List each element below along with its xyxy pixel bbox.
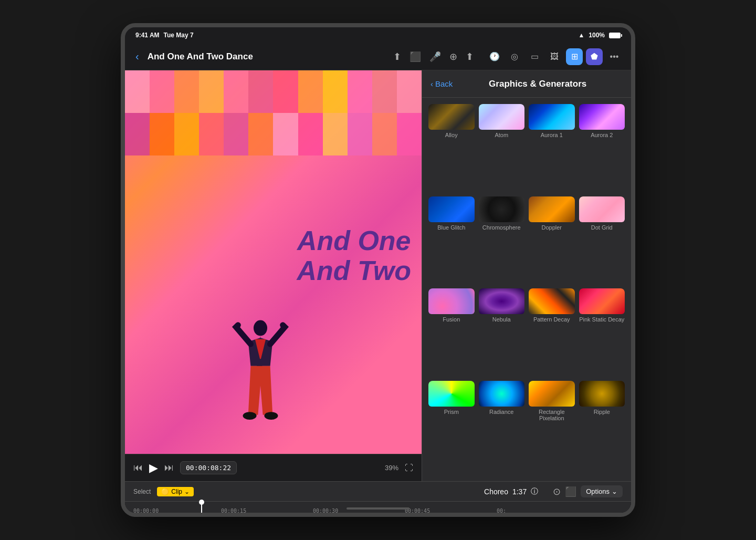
video-preview: And One And Two — [125, 70, 422, 454]
photo-btn[interactable]: 🖼 — [546, 48, 563, 65]
choreo-info: Choreo 1:37 ⓘ — [484, 487, 538, 496]
upload-icon[interactable]: ⬆ — [393, 51, 401, 63]
graphic-label-nebula: Nebula — [479, 316, 525, 325]
timeline-section: Select 🟡 Clip ⌄ Choreo 1:37 ⓘ ⊙ ⬛ Option… — [125, 481, 631, 517]
clip-selector[interactable]: 🟡 Clip ⌄ — [157, 487, 194, 496]
back-chevron: ‹ — [430, 79, 433, 88]
graphic-thumb-atom — [479, 104, 525, 130]
playhead[interactable] — [201, 502, 202, 514]
graphic-label-aurora1: Aurora 1 — [529, 132, 575, 140]
ruler-mark-4: 00: — [497, 508, 506, 514]
svg-point-0 — [254, 320, 267, 336]
timecode-display: 00:00:08:22 — [180, 461, 237, 474]
title-toolbar: ⬆ ⬛ 🎤 ⊕ ⬆ — [393, 51, 474, 63]
ruler-mark-2: 00:00:30 — [313, 508, 338, 514]
nav-icon[interactable]: ⊕ — [449, 51, 457, 63]
options-chevron: ⌄ — [612, 487, 617, 495]
graphic-label-pinkstatic: Pink Static Decay — [579, 316, 625, 325]
title-bar: ‹ And One And Two Dance ⬆ ⬛ 🎤 ⊕ ⬆ 🕐 ◎ ▭ … — [125, 43, 631, 70]
video-section: And One And Two — [125, 70, 422, 481]
timeline-tools: ⊙ ⬛ Options ⌄ — [553, 485, 623, 497]
graphics-panel: ‹ Back Graphics & Generators Alloy Atom … — [422, 70, 631, 481]
skip-forward-btn[interactable]: ⏭ — [164, 462, 174, 473]
graphic-item-nebula[interactable]: Nebula — [479, 288, 525, 377]
circle-btn[interactable]: ◎ — [506, 48, 523, 65]
clip-label: Clip — [171, 488, 182, 495]
graphic-item-radiance[interactable]: Radiance — [479, 381, 525, 475]
graphic-item-rectpixelation[interactable]: Rectangle Pixelation — [529, 381, 575, 475]
project-name: Choreo — [484, 487, 508, 496]
time-display: 9:41 AM — [135, 32, 160, 39]
select-label: Select — [133, 488, 151, 495]
panel-back-button[interactable]: ‹ Back — [430, 79, 453, 88]
graphic-thumb-rectpixelation — [529, 381, 575, 407]
fullscreen-btn[interactable]: ⛶ — [405, 463, 413, 473]
graphic-label-rectpixelation: Rectangle Pixelation — [529, 409, 575, 423]
graphic-thumb-fusion — [428, 288, 475, 314]
graphic-thumb-chromosphere — [479, 196, 525, 222]
skip-back-btn[interactable]: ⏮ — [133, 462, 143, 473]
graphic-item-chromosphere[interactable]: Chromosphere — [479, 196, 525, 285]
wifi-icon: ▲ — [578, 32, 584, 39]
video-controls: ⏮ ▶ ⏭ 00:00:08:22 39% ⛶ — [125, 454, 422, 481]
graphic-label-fusion: Fusion — [428, 316, 475, 325]
graphic-label-prism: Prism — [428, 409, 475, 417]
graphic-thumb-dotgrid — [579, 196, 625, 222]
home-indicator — [346, 507, 410, 510]
graphic-item-blueglitch[interactable]: Blue Glitch — [428, 196, 475, 285]
graphic-thumb-blueglitch — [428, 196, 475, 222]
share-icon[interactable]: ⬆ — [466, 51, 474, 63]
shield-btn[interactable]: ⬟ — [586, 48, 603, 65]
battery-label: 100% — [589, 32, 605, 39]
timeline-view-btn[interactable]: ⬛ — [565, 486, 576, 497]
graphic-item-atom[interactable]: Atom — [479, 104, 525, 192]
graphic-item-patterndecay[interactable]: Pattern Decay — [529, 288, 575, 377]
graphic-thumb-patterndecay — [529, 288, 575, 314]
panel-title: Graphics & Generators — [453, 79, 623, 89]
screen-btn[interactable]: ⊞ — [566, 48, 583, 65]
graphic-item-pinkstatic[interactable]: Pink Static Decay — [579, 288, 625, 377]
graphic-item-aurora2[interactable]: Aurora 2 — [579, 104, 625, 192]
date-display: Tue May 7 — [164, 32, 194, 39]
clock-btn[interactable]: 🕐 — [486, 48, 503, 65]
options-label: Options — [586, 487, 610, 495]
camera-icon[interactable]: ⬛ — [410, 51, 421, 63]
play-button[interactable]: ▶ — [149, 461, 158, 475]
panel-header: ‹ Back Graphics & Generators — [422, 70, 631, 98]
zoom-display: 39% — [385, 464, 398, 472]
more-btn[interactable]: ••• — [606, 48, 623, 65]
graphic-item-doppler[interactable]: Doppler — [529, 196, 575, 285]
back-button[interactable]: ‹ — [133, 48, 141, 65]
graphic-label-blueglitch: Blue Glitch — [428, 224, 475, 233]
project-title: And One And Two Dance — [148, 51, 387, 62]
timeline-effects-btn[interactable]: ⊙ — [553, 486, 561, 497]
graphic-thumb-pinkstatic — [579, 288, 625, 314]
graphic-item-prism[interactable]: Prism — [428, 381, 475, 475]
timeline-header: Select 🟡 Clip ⌄ Choreo 1:37 ⓘ ⊙ ⬛ Option… — [125, 482, 631, 502]
graphic-label-ripple: Ripple — [579, 409, 625, 417]
mic-icon[interactable]: 🎤 — [429, 51, 441, 63]
monitor-btn[interactable]: ▭ — [526, 48, 543, 65]
graphic-item-alloy[interactable]: Alloy — [428, 104, 475, 192]
graphic-item-aurora1[interactable]: Aurora 1 — [529, 104, 575, 192]
graphic-item-dotgrid[interactable]: Dot Grid — [579, 196, 625, 285]
graphic-item-ripple[interactable]: Ripple — [579, 381, 625, 475]
graphic-label-patterndecay: Pattern Decay — [529, 316, 575, 325]
graphic-thumb-radiance — [479, 381, 525, 407]
info-icon[interactable]: ⓘ — [531, 487, 538, 496]
graphic-label-aurora2: Aurora 2 — [579, 132, 625, 140]
graphic-label-dotgrid: Dot Grid — [579, 224, 625, 233]
graphic-thumb-aurora2 — [579, 104, 625, 130]
graphic-thumb-nebula — [479, 288, 525, 314]
playhead-handle[interactable] — [199, 500, 204, 505]
graphic-thumb-alloy — [428, 104, 475, 130]
toolbar-right: 🕐 ◎ ▭ 🖼 ⊞ ⬟ ••• — [486, 48, 623, 65]
options-button[interactable]: Options ⌄ — [581, 485, 623, 497]
svg-point-2 — [264, 412, 278, 420]
graphic-label-chromosphere: Chromosphere — [479, 224, 525, 233]
timeline-tracks: ☐ Dancing Wall ☐ And One ☐ Rectangle Pix… — [125, 514, 631, 517]
battery-icon — [609, 33, 621, 38]
back-label[interactable]: Back — [435, 79, 453, 88]
graphic-item-fusion[interactable]: Fusion — [428, 288, 475, 377]
dancer-figure — [229, 317, 292, 454]
